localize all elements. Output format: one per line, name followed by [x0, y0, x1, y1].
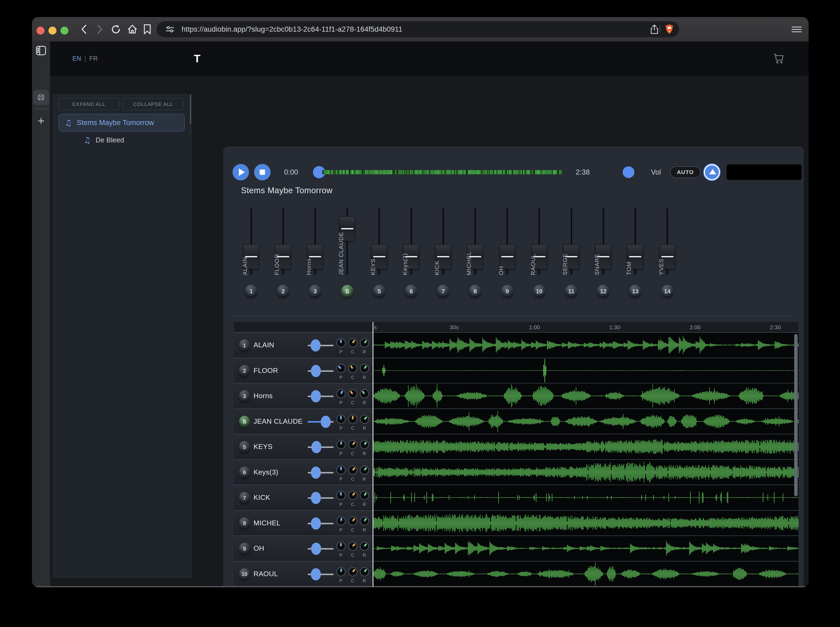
url-text[interactable]: https://audiobin.app/?slug=2cbc0b13-2c64…	[182, 21, 403, 37]
reverb-knob[interactable]	[360, 440, 369, 449]
cart-icon[interactable]	[772, 52, 786, 65]
collapse-all-button[interactable]: COLLAPSE ALL	[123, 98, 183, 110]
share-icon[interactable]	[649, 24, 660, 35]
comp-knob[interactable]	[348, 414, 357, 424]
comp-knob[interactable]	[348, 440, 357, 449]
track-number-badge[interactable]: 3	[239, 390, 250, 402]
slider-handle[interactable]	[311, 365, 321, 377]
reload-button[interactable]	[111, 24, 121, 35]
channel-solo-button[interactable]: S	[341, 285, 354, 298]
brave-shield-icon[interactable]	[664, 24, 674, 35]
comp-knob[interactable]	[348, 389, 357, 399]
slider-handle[interactable]	[311, 492, 321, 504]
traffic-light-close[interactable]	[36, 27, 44, 35]
channel-number-button[interactable]: 12	[597, 285, 609, 298]
track-number-badge[interactable]: 6	[239, 466, 250, 479]
pan-knob[interactable]	[336, 491, 346, 500]
home-button[interactable]	[127, 24, 138, 35]
auto-button[interactable]: AUTO	[670, 166, 701, 178]
play-button[interactable]	[232, 164, 249, 180]
triangle-up-button[interactable]	[704, 164, 720, 180]
reverb-knob[interactable]	[360, 516, 369, 526]
pan-knob[interactable]	[336, 465, 346, 475]
expand-all-button[interactable]: EXPAND ALL	[58, 98, 119, 110]
slider-handle[interactable]	[311, 517, 321, 529]
channel-number-button[interactable]: 14	[661, 285, 674, 298]
sidebar-item[interactable]: ♫Stems Maybe Tomorrow	[58, 114, 185, 131]
traffic-light-minimize[interactable]	[49, 27, 57, 35]
traffic-light-zoom[interactable]	[60, 27, 68, 35]
slider-handle[interactable]	[311, 390, 321, 402]
track-solo-badge[interactable]: S	[239, 416, 250, 428]
track-number-badge[interactable]: 8	[239, 517, 250, 529]
tracklist-scrollbar[interactable]	[794, 334, 797, 496]
bookmark-button[interactable]	[142, 24, 153, 35]
channel-number-button[interactable]: 8	[469, 285, 481, 298]
pan-knob[interactable]	[336, 542, 346, 551]
timeline-header[interactable]: s30s1:001:302:002:30	[234, 322, 799, 332]
channel-number-button[interactable]: 3	[309, 285, 321, 298]
slider-handle[interactable]	[311, 568, 321, 580]
new-tab-button[interactable]: +	[32, 113, 50, 128]
pan-knob[interactable]	[336, 389, 346, 399]
track-number-badge[interactable]: 7	[239, 492, 250, 504]
reverb-knob[interactable]	[360, 389, 369, 399]
channel-number-button[interactable]: 5	[373, 285, 385, 298]
reverb-knob[interactable]	[360, 542, 369, 551]
app-logo[interactable]: T	[194, 41, 200, 76]
track-number-badge[interactable]: 9	[239, 543, 250, 555]
forward-button[interactable]	[95, 24, 105, 35]
comp-knob[interactable]	[348, 542, 357, 551]
track-number-badge[interactable]: 2	[239, 365, 250, 377]
channel-number-button[interactable]: 11	[565, 285, 577, 298]
stop-button[interactable]	[254, 164, 271, 180]
pan-knob[interactable]	[336, 364, 346, 373]
slider-handle[interactable]	[311, 441, 322, 453]
track-number-badge[interactable]: 10	[239, 568, 250, 580]
reverb-knob[interactable]	[360, 364, 369, 373]
lang-en[interactable]: EN	[73, 55, 81, 62]
comp-knob[interactable]	[348, 516, 357, 526]
back-button[interactable]	[79, 24, 89, 35]
progress-waveform[interactable]	[322, 170, 563, 174]
blue-knob[interactable]	[623, 166, 635, 178]
comp-knob[interactable]	[348, 338, 357, 348]
lang-fr[interactable]: FR	[89, 55, 98, 62]
pan-knob[interactable]	[336, 567, 346, 577]
reverb-knob[interactable]	[360, 567, 369, 577]
sidebar-item[interactable]: ♫De Bleed	[78, 134, 185, 147]
sidebar-toggle-icon[interactable]	[36, 45, 46, 56]
channel-number-button[interactable]: 6	[405, 285, 417, 298]
track-controls: 1ALAINPCR	[234, 332, 373, 358]
pan-knob[interactable]	[336, 414, 346, 424]
pan-knob[interactable]	[336, 440, 346, 449]
reverb-knob[interactable]	[360, 338, 369, 348]
comp-knob[interactable]	[348, 465, 357, 475]
slider-handle[interactable]	[321, 416, 331, 428]
tune-icon[interactable]	[164, 24, 175, 35]
slider-handle[interactable]	[311, 466, 321, 479]
active-tab[interactable]	[33, 90, 49, 105]
comp-knob[interactable]	[348, 567, 357, 577]
track-number-badge[interactable]: 1	[239, 339, 250, 351]
fader-handle[interactable]	[500, 244, 515, 269]
comp-knob[interactable]	[348, 364, 357, 373]
channel-number-button[interactable]: 7	[437, 285, 449, 298]
reverb-knob[interactable]	[360, 491, 369, 500]
channel-number-button[interactable]: 13	[629, 285, 641, 298]
comp-knob[interactable]	[348, 491, 357, 500]
reverb-knob[interactable]	[360, 414, 369, 424]
pan-knob[interactable]	[336, 516, 346, 526]
channel-number-button[interactable]: 9	[501, 285, 513, 298]
reverb-knob[interactable]	[360, 465, 369, 475]
pan-knob[interactable]	[336, 338, 346, 348]
slider-handle[interactable]	[311, 339, 321, 351]
channel-number-button[interactable]: 1	[245, 285, 257, 298]
menu-icon[interactable]	[791, 25, 802, 33]
url-bar[interactable]: https://audiobin.app/?slug=2cbc0b13-2c64…	[156, 21, 679, 37]
slider-handle[interactable]	[311, 543, 321, 555]
channel-number-button[interactable]: 2	[277, 285, 289, 298]
channel-number-button[interactable]: 10	[533, 285, 545, 298]
track-number-badge[interactable]: 5	[239, 441, 250, 453]
track-name: JEAN CLAUDE	[254, 409, 303, 434]
